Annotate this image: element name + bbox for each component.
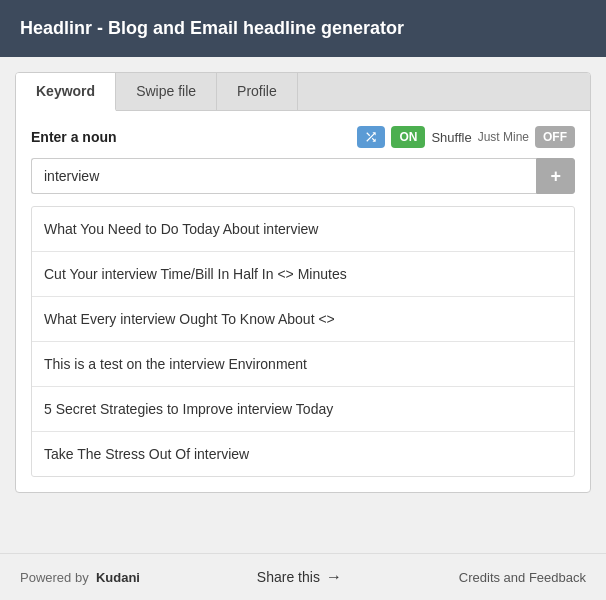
- tab-profile[interactable]: Profile: [217, 73, 298, 110]
- shuffle-icon: [364, 130, 378, 144]
- shuffle-toggle-on[interactable]: ON: [391, 126, 425, 148]
- input-row: +: [31, 158, 575, 194]
- card-body: Enter a noun ON Shuffle Just Mine OFF +: [16, 111, 590, 492]
- app-header: Headlinr - Blog and Email headline gener…: [0, 0, 606, 57]
- result-item[interactable]: What You Need to Do Today About intervie…: [32, 207, 574, 252]
- result-item[interactable]: What Every interview Ought To Know About…: [32, 297, 574, 342]
- result-item[interactable]: This is a test on the interview Environm…: [32, 342, 574, 387]
- shuffle-icon-button[interactable]: [357, 126, 385, 148]
- just-mine-label: Just Mine: [478, 130, 529, 144]
- tabs-bar: Keyword Swipe file Profile: [16, 73, 590, 111]
- result-item[interactable]: Cut Your interview Time/Bill In Half In …: [32, 252, 574, 297]
- footer: Powered by Kudani Share this → Credits a…: [0, 553, 606, 600]
- tab-swipe-file[interactable]: Swipe file: [116, 73, 217, 110]
- main-content: Keyword Swipe file Profile Enter a noun: [0, 57, 606, 553]
- credits-link[interactable]: Credits and Feedback: [459, 570, 586, 585]
- app-title: Headlinr - Blog and Email headline gener…: [20, 18, 404, 38]
- label-row: Enter a noun ON Shuffle Just Mine OFF: [31, 126, 575, 148]
- controls-right: ON Shuffle Just Mine OFF: [357, 126, 575, 148]
- tab-keyword[interactable]: Keyword: [16, 73, 116, 111]
- powered-by: Powered by Kudani: [20, 570, 140, 585]
- just-mine-toggle-off[interactable]: OFF: [535, 126, 575, 148]
- main-card: Keyword Swipe file Profile Enter a noun: [15, 72, 591, 493]
- keyword-input[interactable]: [31, 158, 536, 194]
- result-item[interactable]: Take The Stress Out Of interview: [32, 432, 574, 476]
- add-button[interactable]: +: [536, 158, 575, 194]
- shuffle-label[interactable]: Shuffle: [431, 130, 471, 145]
- results-list: What You Need to Do Today About intervie…: [31, 206, 575, 477]
- powered-by-brand: Kudani: [96, 570, 140, 585]
- result-item[interactable]: 5 Secret Strategies to Improve interview…: [32, 387, 574, 432]
- share-arrow-icon: →: [326, 568, 342, 586]
- enter-noun-label: Enter a noun: [31, 129, 117, 145]
- share-this-button[interactable]: Share this →: [257, 568, 342, 586]
- share-label: Share this: [257, 569, 320, 585]
